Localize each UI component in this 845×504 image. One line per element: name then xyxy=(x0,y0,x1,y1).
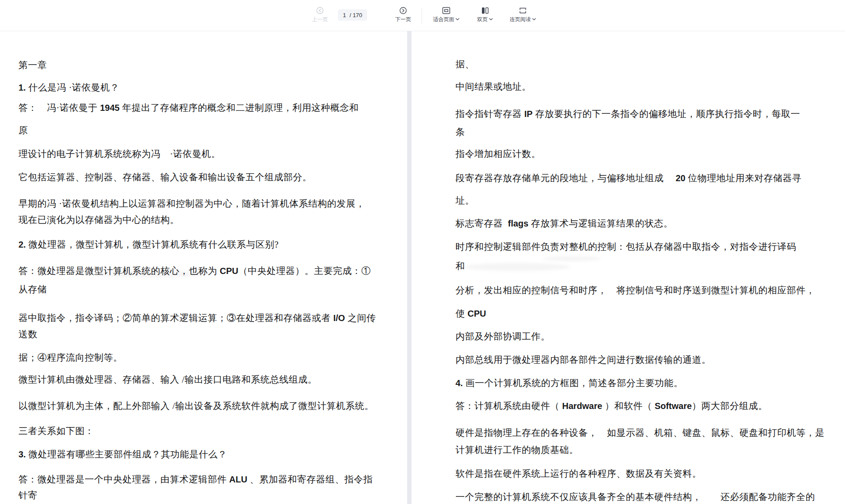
text-line: 计算机进行工作的物质基础。 xyxy=(456,444,579,456)
document-page-left: 第一章1. 什么是冯 ·诺依曼机？答： 冯·诺依曼于 1945 年提出了存储程序… xyxy=(0,31,407,504)
text-line: 一个完整的计算机系统不仅应该具备齐全的基本硬件结构， 还必须配备功能齐全的 xyxy=(456,491,815,503)
chevron-down-icon xyxy=(456,18,459,21)
prev-page-label: 上一页 xyxy=(312,16,328,22)
text-line: 据、 xyxy=(456,58,474,70)
text-line: 分析，发出相应的控制信号和时序， 将控制信号和时序送到微型计算机的相应部件， xyxy=(456,285,815,296)
text-line: 据；④程序流向控制等。 xyxy=(18,352,123,363)
text-line: 它包括运算器、控制器、存储器、输入设备和输出设备五个组成部分。 xyxy=(18,172,312,183)
scan-artifact xyxy=(544,256,601,261)
two-page-view-button[interactable]: 双页 xyxy=(477,7,493,22)
pdf-viewer-window: 上一页 1 / 170 下一页 适合页面 xyxy=(0,0,845,504)
page-current-value[interactable]: 1 xyxy=(343,12,346,18)
fit-page-label: 适合页面 xyxy=(433,16,454,22)
text-line: 中间结果或地址。 xyxy=(456,81,531,92)
text-line: 1. 什么是冯 ·诺依曼机？ xyxy=(18,82,119,93)
text-line: 针寄 xyxy=(18,489,37,501)
text-line: 答： 冯·诺依曼于 1945 年提出了存储程序的概念和二进制原理，利用这种概念和 xyxy=(18,102,359,113)
text-line: 答：微处理器是一个中央处理器，由算术逻辑部件 ALU 、累加器和寄存器组、指令指 xyxy=(18,474,373,485)
text-line: 硬件是指物理上存在的各种设备， 如显示器、机箱、键盘、鼠标、硬盘和打印机等，是 xyxy=(456,427,825,438)
text-line: 2. 微处理器，微型计算机，微型计算机系统有什么联系与区别? xyxy=(18,239,279,250)
text-line: 第一章 xyxy=(18,59,47,71)
circle-chevron-right-icon xyxy=(399,7,407,15)
text-line: 段寄存器存放存储单元的段地址，与偏移地址组成 20 位物理地址用来对存储器寻 xyxy=(456,172,801,184)
document-page-right: 据、中间结果或地址。指令指针寄存器 IP 存放要执行的下一条指令的偏移地址，顺序… xyxy=(411,31,845,504)
two-page-icon xyxy=(481,7,489,15)
text-line: 答：微处理器是微型计算机系统的核心，也称为 CPU（中央处理器）。主要完成：① xyxy=(18,265,371,277)
text-line: 指令增加相应计数。 xyxy=(456,148,541,160)
text-line: 条 xyxy=(456,126,465,138)
text-line: 送数 xyxy=(18,329,37,340)
text-line: 从存储 xyxy=(18,284,47,295)
fit-page-icon xyxy=(442,7,451,15)
circle-chevron-left-icon xyxy=(316,7,324,15)
text-line: 标志寄存器 flags 存放算术与逻辑运算结果的状态。 xyxy=(456,218,673,229)
chevron-down-icon xyxy=(532,18,536,21)
text-line: 理设计的电子计算机系统统称为冯 ·诺依曼机。 xyxy=(18,148,220,160)
text-line: 原 xyxy=(18,124,28,136)
text-line: 软件是指在硬件系统上运行的各种程序、数据及有关资料。 xyxy=(456,468,702,479)
next-page-button[interactable]: 下一页 xyxy=(395,7,411,22)
page-indicator[interactable]: 1 / 170 xyxy=(338,9,367,21)
continuous-reading-button[interactable]: 连页阅读 xyxy=(510,7,536,22)
page-gap-divider xyxy=(407,31,411,504)
text-line: 微型计算机由微处理器、存储器、输入 /输出接口电路和系统总线组成。 xyxy=(18,374,317,385)
prev-page-button[interactable]: 上一页 xyxy=(312,7,328,22)
text-line: 3. 微处理器有哪些主要部件组成？其功能是什么？ xyxy=(18,449,227,460)
text-line: 三者关系如下图： xyxy=(18,425,94,437)
continuous-reading-label: 连页阅读 xyxy=(510,16,531,22)
next-page-label: 下一页 xyxy=(395,16,411,22)
chevron-down-icon xyxy=(489,18,493,21)
toolbar-divider xyxy=(422,8,422,24)
text-line: 内部及外部协调工作。 xyxy=(456,331,550,342)
scan-artifact xyxy=(464,263,570,271)
text-line: 器中取指令，指令译码；②简单的算术逻辑运算；③在处理器和存储器或者 I/O 之间… xyxy=(18,312,376,324)
text-line: 使 CPU xyxy=(456,308,486,319)
text-line: 时序和控制逻辑部件负责对整机的控制：包括从存储器中取指令，对指令进行译码 xyxy=(456,241,796,252)
continuous-reading-icon xyxy=(518,7,527,15)
text-line: 答：计算机系统由硬件（ Hardware ）和软件（ Software）两大部分… xyxy=(456,400,768,412)
text-line: 和 xyxy=(456,260,465,272)
viewer-toolbar: 上一页 1 / 170 下一页 适合页面 xyxy=(0,0,845,31)
fit-page-button[interactable]: 适合页面 xyxy=(433,7,459,22)
text-line: 4. 画一个计算机系统的方框图，简述各部分主要功能。 xyxy=(456,377,683,389)
page-total-label: / 170 xyxy=(349,12,362,18)
text-line: 现在已演化为以存储器为中心的结构。 xyxy=(18,214,180,226)
text-line: 内部总线用于微处理器内部各部件之间进行数据传输的通道。 xyxy=(456,354,711,365)
text-line: 早期的冯 ·诺依曼机结构上以运算器和控制器为中心，随着计算机体系结构的发展， xyxy=(18,198,365,209)
text-line: 址。 xyxy=(456,195,474,206)
text-line: 指令指针寄存器 IP 存放要执行的下一条指令的偏移地址，顺序执行指令时，每取一 xyxy=(456,108,800,120)
text-line: 以微型计算机为主体，配上外部输入 /输出设备及系统软件就构成了微型计算机系统。 xyxy=(18,400,374,412)
two-page-label: 双页 xyxy=(477,16,488,22)
